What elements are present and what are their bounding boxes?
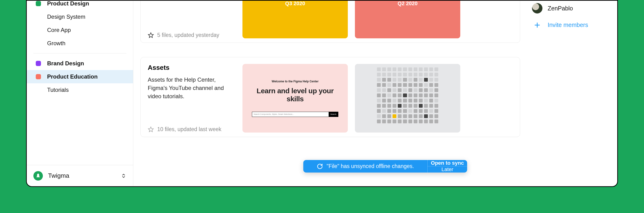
project-footer: 10 files, updated last week (148, 126, 235, 132)
toast-secondary-button[interactable]: Later (428, 166, 467, 172)
file-thumbnail[interactable]: Screenshots Q2 2020 (355, 1, 460, 38)
member-row[interactable]: ZenPablo (532, 3, 610, 14)
sync-toast: "File" has unsynced offline changes. Ope… (303, 160, 467, 172)
star-icon[interactable] (148, 32, 154, 38)
main-content: 5 files, updated yesterday Screenshots Q… (133, 1, 617, 186)
project-title: Assets (148, 64, 235, 72)
plus-icon (532, 22, 542, 28)
project-footer-text: 10 files, updated last week (157, 126, 222, 132)
project-footer: 5 files, updated yesterday (148, 32, 235, 38)
workspace-switcher[interactable]: Twigma (27, 165, 133, 186)
sidebar-item-label: Product Education (47, 73, 98, 80)
members-panel: ZenPablo Invite members (532, 1, 610, 179)
avatar (532, 3, 542, 14)
sidebar-divider (34, 53, 126, 54)
hc-search-button: Search (329, 112, 338, 117)
project-description: Assets for the Help Center, Figma's YouT… (148, 76, 235, 100)
toast-actions: Open to sync Later (427, 160, 467, 172)
sidebar-item-label: Growth (47, 40, 65, 46)
project-footer-text: 5 files, updated yesterday (157, 32, 219, 38)
toast-message-area: "File" has unsynced offline changes. (303, 160, 427, 172)
sidebar-item-product-education[interactable]: Product Education (27, 70, 133, 83)
project-card[interactable]: 5 files, updated yesterday Screenshots Q… (140, 1, 520, 43)
toast-primary-button[interactable]: Open to sync (428, 160, 467, 166)
sidebar-nav: Product Design Design System Core App Gr… (27, 1, 133, 165)
hc-headline: Learn and level up your skills (252, 87, 338, 103)
thumbnail-subtitle: Q3 2020 (285, 1, 305, 7)
toast-message: "File" has unsynced offline changes. (327, 163, 414, 170)
svg-marker-1 (148, 127, 154, 132)
app-window: Product Design Design System Core App Gr… (26, 0, 618, 187)
sidebar-item-label: Brand Design (47, 60, 84, 67)
sidebar-item-core-app[interactable]: Core App (27, 24, 133, 37)
project-meta: 5 files, updated yesterday (148, 1, 235, 38)
hc-search-mock: Search Components, Styles, Smart Selecti… (252, 112, 338, 117)
sidebar-item-design-system[interactable]: Design System (27, 10, 133, 24)
file-thumbnail[interactable]: Welcome to the Figma Help Center Learn a… (242, 64, 348, 132)
refresh-icon (317, 163, 323, 170)
sidebar-item-growth[interactable]: Growth (27, 37, 133, 50)
sidebar-item-label: Design System (47, 14, 85, 20)
sidebar-item-tutorials[interactable]: Tutorials (27, 83, 133, 96)
workspace-logo-icon (34, 171, 43, 180)
folder-swatch-icon (36, 74, 41, 79)
project-list: 5 files, updated yesterday Screenshots Q… (140, 1, 520, 179)
thumbnail-subtitle: Q2 2020 (398, 1, 418, 7)
project-meta: Assets Assets for the Help Center, Figma… (148, 64, 235, 132)
file-thumbnail[interactable] (355, 64, 460, 132)
svg-marker-0 (148, 33, 154, 38)
file-thumbnail[interactable]: Screenshots Q3 2020 (242, 1, 348, 38)
help-center-preview: Welcome to the Figma Help Center Learn a… (252, 80, 338, 117)
sidebar: Product Design Design System Core App Gr… (27, 1, 133, 186)
hc-welcome: Welcome to the Figma Help Center (252, 80, 338, 83)
folder-swatch-icon (36, 1, 41, 6)
icon-grid-preview (377, 68, 438, 129)
project-card[interactable]: Assets Assets for the Help Center, Figma… (140, 57, 520, 137)
sidebar-item-product-design[interactable]: Product Design (27, 0, 133, 10)
workspace-name: Twigma (48, 172, 121, 180)
sidebar-item-brand-design[interactable]: Brand Design (27, 57, 133, 70)
folder-swatch-icon (36, 61, 41, 66)
chevron-up-down-icon (121, 173, 126, 179)
invite-members-button[interactable]: Invite members (532, 22, 610, 28)
sidebar-item-label: Tutorials (47, 86, 69, 93)
star-icon[interactable] (148, 126, 154, 132)
sidebar-item-label: Product Design (47, 0, 89, 7)
member-name: ZenPablo (548, 5, 573, 12)
invite-label: Invite members (548, 22, 588, 28)
hc-search-placeholder: Search Components, Styles, Smart Selecti… (254, 113, 294, 115)
sidebar-item-label: Core App (47, 27, 71, 33)
